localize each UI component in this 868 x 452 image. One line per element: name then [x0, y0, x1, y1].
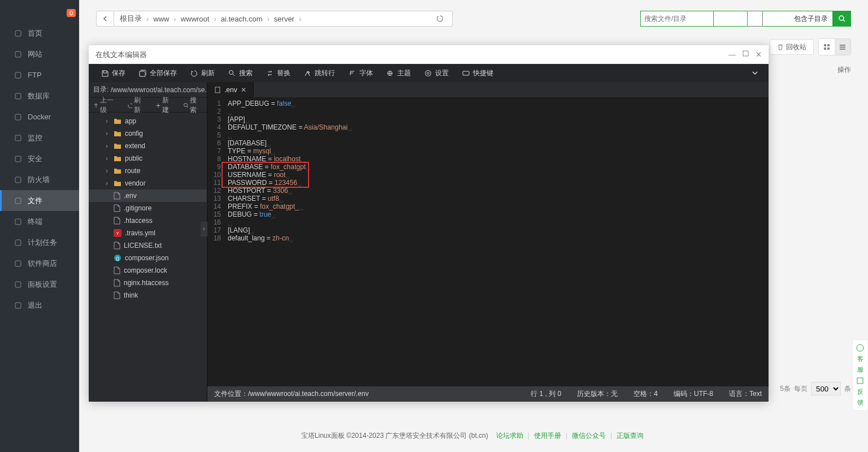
tree-.htaccess[interactable]: .htaccess	[89, 214, 207, 227]
nav-item-软件商店[interactable]: 软件商店	[0, 253, 79, 274]
status-history[interactable]: 历史版本：无	[577, 389, 618, 399]
sidebar: 0 首页网站FTP数据库Docker监控安全防火墙文件终端计划任务软件商店面板设…	[0, 0, 79, 452]
crumb[interactable]: wwwroot	[181, 15, 210, 23]
nav-item-终端[interactable]: 终端	[0, 211, 79, 232]
editor-tool-替换[interactable]: 替换	[259, 64, 297, 82]
refresh-icon	[190, 70, 198, 77]
nav-label: 数据库	[28, 91, 50, 101]
tree-think[interactable]: think	[89, 289, 207, 302]
status-encoding[interactable]: 编码：UTF-8	[674, 389, 713, 399]
tool-label: 搜索	[239, 68, 253, 78]
editor-tool-快捷键[interactable]: 快捷键	[455, 64, 500, 82]
tree-extend[interactable]: ›extend	[89, 140, 207, 152]
status-lang[interactable]: 语言：Text	[729, 389, 762, 399]
unit-label: 条	[844, 384, 851, 394]
minimize-button[interactable]: —	[728, 50, 736, 59]
crumb[interactable]: www	[153, 15, 169, 23]
perpage-label: 每页	[794, 384, 808, 394]
sidebar-op-搜索[interactable]: 搜索	[179, 96, 207, 115]
svg-rect-7	[15, 177, 21, 183]
grid-view-button[interactable]	[819, 39, 835, 55]
nav-item-安全[interactable]: 安全	[0, 148, 79, 169]
reload-button[interactable]	[432, 11, 448, 27]
tree-.travis.yml[interactable]: Y.travis.yml	[89, 227, 207, 239]
tree-app[interactable]: ›app	[89, 115, 207, 127]
tab-env[interactable]: .env ✕	[207, 82, 254, 97]
nav-item-退出[interactable]: 退出	[0, 295, 79, 316]
maximize-button[interactable]	[743, 50, 749, 59]
footer-link[interactable]: 正版查询	[617, 432, 644, 440]
svg-rect-13	[15, 303, 21, 308]
modal-header[interactable]: 在线文本编辑器 — ✕	[89, 45, 769, 64]
nav-item-网站[interactable]: 网站	[0, 44, 79, 64]
code-editor[interactable]: ‹ 123456789101112131415161718 APP_DEBUG …	[207, 97, 769, 386]
tab-close-icon[interactable]: ✕	[241, 86, 246, 94]
nav-item-文件[interactable]: 文件	[0, 190, 79, 211]
nav-item-FTP[interactable]: FTP	[0, 64, 79, 85]
editor-tool-搜索[interactable]: 搜索	[222, 64, 259, 82]
footer-link[interactable]: 论坛求助	[496, 432, 523, 440]
crumb[interactable]: ai.teach.com	[221, 15, 263, 23]
tree-route[interactable]: ›route	[89, 165, 207, 177]
nav-label: 网站	[28, 49, 42, 59]
tree-vendor[interactable]: ›vendor	[89, 177, 207, 190]
editor-tool-刷新[interactable]: 刷新	[184, 64, 222, 82]
editor-tool-主题[interactable]: 主题	[380, 64, 418, 82]
editor-tool-设置[interactable]: 设置	[418, 64, 455, 82]
status-spaces[interactable]: 空格：4	[633, 389, 658, 399]
tree-.env[interactable]: .env	[89, 190, 207, 202]
sidebar-op-上一级[interactable]: 上一级	[89, 96, 123, 115]
collapse-sidebar-button[interactable]: ‹	[201, 222, 207, 236]
nav-item-首页[interactable]: 首页	[0, 23, 79, 44]
nav-item-数据库[interactable]: 数据库	[0, 85, 79, 106]
footer-link[interactable]: 使用手册	[534, 432, 561, 440]
nav-item-防火墙[interactable]: 防火墙	[0, 169, 79, 190]
feedback-tab[interactable]: 客服 反馈	[852, 339, 868, 411]
editor-tool-全部保存[interactable]: 全部保存	[132, 64, 184, 82]
sidebar-op-新建[interactable]: 新建	[151, 96, 179, 115]
list-view-button[interactable]	[835, 39, 850, 55]
footer-link[interactable]: 微信公众号	[572, 432, 606, 440]
plus-icon	[155, 102, 160, 108]
tree-label: .env	[124, 192, 137, 200]
nav-item-计划任务[interactable]: 计划任务	[0, 232, 79, 253]
nav-item-Docker[interactable]: Docker	[0, 106, 79, 127]
json-icon: {}	[114, 254, 121, 262]
tree-.gitignore[interactable]: .gitignore	[89, 202, 207, 214]
tree-label: .htaccess	[124, 217, 153, 225]
code-text[interactable]: APP_DEBUG = false␣␣[APP]␣DEFAULT_TIMEZON…	[224, 97, 769, 386]
svg-rect-24	[743, 51, 748, 56]
tree-composer.lock[interactable]: composer.lock	[89, 264, 207, 277]
tree-nginx.htaccess[interactable]: nginx.htaccess	[89, 277, 207, 289]
edit-icon	[856, 376, 865, 385]
breadcrumb[interactable]: 根目录›www›wwwroot›ai.teach.com›server›	[114, 11, 453, 27]
tree-label: route	[125, 167, 140, 175]
maximize-icon	[743, 50, 749, 57]
trash-button[interactable]: 回收站	[770, 39, 814, 55]
tree-config[interactable]: ›config	[89, 127, 207, 140]
folder-icon	[114, 143, 121, 149]
perpage-select[interactable]: 500	[811, 382, 841, 395]
editor-tool-保存[interactable]: 保存	[94, 64, 132, 82]
sidebar-op-刷新[interactable]: 刷新	[123, 96, 151, 115]
svg-rect-18	[827, 48, 830, 50]
toolbar-more-button[interactable]	[747, 65, 763, 81]
tree-composer.json[interactable]: {}composer.json	[89, 252, 207, 264]
editor-tool-跳转行[interactable]: 跳转行	[297, 64, 342, 82]
search-input[interactable]	[640, 11, 714, 27]
nav-item-监控[interactable]: 监控	[0, 127, 79, 148]
tree-LICENSE.txt[interactable]: LICENSE.txt	[89, 239, 207, 252]
close-button[interactable]: ✕	[756, 50, 762, 59]
search-button[interactable]	[833, 11, 851, 27]
svg-rect-8	[15, 198, 21, 204]
crumb[interactable]: server	[274, 15, 294, 23]
update-badge[interactable]: 0	[67, 9, 76, 17]
nav-label: Docker	[28, 113, 51, 121]
tree-public[interactable]: ›public	[89, 152, 207, 165]
trash-icon	[777, 44, 784, 50]
include-subdir-checkbox[interactable]: 包含子目录	[714, 11, 833, 27]
editor-tool-字体[interactable]: 字体	[342, 64, 380, 82]
back-button[interactable]	[96, 11, 114, 27]
crumb[interactable]: 根目录	[120, 14, 142, 24]
nav-item-面板设置[interactable]: 面板设置	[0, 274, 79, 295]
